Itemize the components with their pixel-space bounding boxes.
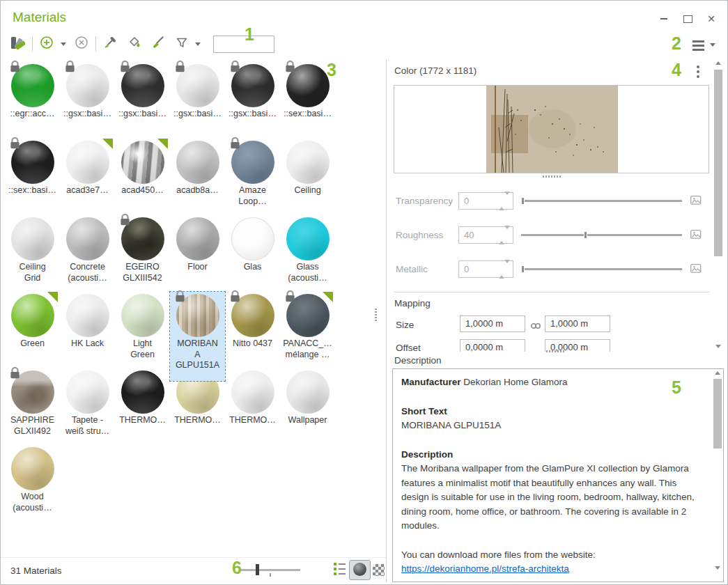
offset-x-input[interactable]: 0,0000 m bbox=[460, 339, 525, 352]
material-tile[interactable]: acad3e7… bbox=[60, 139, 115, 215]
material-tile[interactable]: Green bbox=[5, 292, 60, 368]
material-tile[interactable]: Concrete(acousti… bbox=[60, 215, 115, 292]
material-label: ::sex::basi… bbox=[280, 109, 335, 120]
scroll-down-icon[interactable] bbox=[715, 345, 721, 348]
material-tile[interactable]: HK Lack bbox=[60, 292, 115, 368]
material-tile[interactable]: MORIBANAGLPU151A bbox=[170, 292, 225, 381]
scrollbar-thumb[interactable] bbox=[713, 379, 722, 448]
annotation-1: 1 bbox=[245, 26, 254, 43]
transparency-label: Transparency bbox=[396, 196, 453, 206]
size-x-input[interactable]: 1,0000 m bbox=[460, 315, 525, 332]
short-text-label: Short Text bbox=[401, 406, 447, 416]
material-tile[interactable]: THERMO… bbox=[115, 368, 170, 445]
delete-material-button[interactable] bbox=[75, 36, 88, 52]
website-link[interactable]: https://dekorianhome.pl/strefa-architekt… bbox=[401, 563, 569, 574]
description-body: The Moribana wallpaper from the GlamPure… bbox=[401, 463, 695, 531]
material-tile[interactable]: Glass(acousti… bbox=[280, 215, 335, 292]
material-tile[interactable]: THERMO… bbox=[225, 368, 280, 445]
size-y-input[interactable]: 1,0000 m bbox=[545, 315, 610, 332]
transparency-value: 0 bbox=[464, 196, 469, 206]
short-text-value: MORIBANA GLPU151A bbox=[401, 420, 501, 430]
material-tile[interactable]: ::gsx::basi… bbox=[225, 62, 280, 139]
material-tile[interactable]: Floor bbox=[170, 215, 225, 292]
color-section-collapse-handle[interactable] bbox=[543, 176, 561, 178]
transparency-texture-icon[interactable] bbox=[690, 196, 702, 208]
material-catalog-icon[interactable] bbox=[10, 35, 25, 54]
texture-preview-box[interactable] bbox=[394, 85, 709, 173]
material-tile[interactable]: PANACC_…mélange … bbox=[280, 292, 335, 368]
checker-background-button[interactable] bbox=[373, 564, 385, 576]
properties-scrollbar[interactable] bbox=[713, 60, 723, 350]
lock-icon bbox=[173, 60, 187, 76]
material-tile[interactable]: SAPPHIREGLXII492 bbox=[5, 368, 60, 445]
description-label: Description bbox=[401, 449, 453, 460]
menu-button[interactable] bbox=[692, 38, 704, 53]
splitter-handle[interactable] bbox=[375, 309, 377, 321]
sphere-view-button[interactable] bbox=[349, 560, 371, 580]
material-tile[interactable]: Wallpaper bbox=[280, 368, 335, 445]
scrollbar-thumb[interactable] bbox=[714, 70, 722, 256]
add-material-dropdown-icon[interactable] bbox=[61, 42, 66, 46]
roughness-texture-icon[interactable] bbox=[690, 230, 702, 242]
material-tile[interactable]: ::gsx::basi… bbox=[115, 62, 170, 139]
minimize-button[interactable] bbox=[653, 12, 674, 26]
material-label: acadb8a… bbox=[170, 185, 225, 196]
material-label: acad3e7… bbox=[60, 185, 115, 196]
material-label: Wallpaper bbox=[280, 415, 335, 426]
paint-bucket-icon[interactable] bbox=[127, 36, 142, 52]
filter-icon[interactable] bbox=[176, 36, 188, 52]
metallic-texture-icon[interactable] bbox=[690, 264, 702, 276]
material-tile[interactable]: LightGreen bbox=[115, 292, 170, 368]
maximize-button[interactable] bbox=[677, 12, 698, 26]
material-tile[interactable]: ::sex::basi… bbox=[5, 139, 60, 215]
material-label: THERMO… bbox=[115, 415, 170, 426]
material-tile[interactable]: acadb8a… bbox=[170, 139, 225, 215]
brush-icon[interactable] bbox=[150, 36, 164, 52]
material-tile[interactable]: Glas bbox=[225, 215, 280, 292]
material-tile[interactable]: CeilingGrid bbox=[5, 215, 60, 292]
download-block: You can download more files from the web… bbox=[401, 548, 705, 577]
slider-tick bbox=[270, 573, 271, 577]
menu-dropdown-icon[interactable] bbox=[710, 43, 715, 47]
thumbnail-size-slider[interactable] bbox=[241, 569, 300, 571]
material-label: acad450… bbox=[115, 185, 170, 196]
pipette-icon[interactable] bbox=[103, 36, 117, 52]
close-button[interactable]: ✕ bbox=[701, 12, 722, 26]
close-icon: ✕ bbox=[707, 14, 715, 24]
material-tile[interactable]: Ceiling bbox=[280, 139, 335, 215]
material-tile[interactable]: acad450… bbox=[115, 139, 170, 215]
material-label: Ceiling bbox=[280, 185, 335, 196]
material-tile[interactable]: Wood(acousti… bbox=[5, 445, 60, 522]
material-tile[interactable]: Nitto 0437 bbox=[225, 292, 280, 368]
color-options-menu-icon[interactable] bbox=[697, 63, 699, 80]
spinner-down-icon bbox=[504, 226, 510, 241]
material-label: Concrete(acousti… bbox=[60, 262, 115, 283]
thumbnail-size-slider-handle[interactable] bbox=[256, 564, 259, 575]
material-tile[interactable]: ::egr::acc… bbox=[5, 62, 60, 139]
material-tile[interactable]: EGEIROGLXIII542 bbox=[115, 215, 170, 292]
material-tile[interactable]: ::gsx::basi… bbox=[60, 62, 115, 139]
roughness-label: Roughness bbox=[396, 230, 443, 240]
material-tile[interactable]: ::gsx::basi… bbox=[170, 62, 225, 139]
material-sphere-thumbnail bbox=[121, 370, 164, 414]
scroll-up-icon[interactable] bbox=[715, 61, 721, 65]
lock-icon bbox=[8, 60, 22, 76]
scroll-down-icon[interactable] bbox=[715, 566, 720, 570]
color-section-header: Color (1772 x 1181) bbox=[394, 65, 477, 76]
filter-dropdown-icon[interactable] bbox=[195, 42, 201, 46]
list-view-button[interactable] bbox=[334, 563, 346, 577]
lock-icon bbox=[118, 60, 132, 76]
add-material-button[interactable] bbox=[40, 36, 54, 52]
description-heading: Description bbox=[394, 355, 442, 366]
size-label: Size bbox=[396, 320, 414, 330]
material-tile[interactable]: AmazeLoop… bbox=[225, 139, 280, 215]
description-scrollbar[interactable] bbox=[713, 370, 722, 581]
search-input[interactable] bbox=[213, 36, 274, 53]
material-tile[interactable]: Tapete -weiß stru… bbox=[60, 368, 115, 445]
mapping-section-collapse-handle[interactable] bbox=[546, 350, 564, 352]
scroll-up-icon[interactable] bbox=[715, 371, 720, 375]
material-sphere-thumbnail bbox=[176, 217, 219, 260]
material-label: Tapete -weiß stru… bbox=[60, 415, 115, 437]
material-sphere-thumbnail bbox=[66, 217, 109, 260]
link-values-icon[interactable] bbox=[530, 320, 541, 332]
